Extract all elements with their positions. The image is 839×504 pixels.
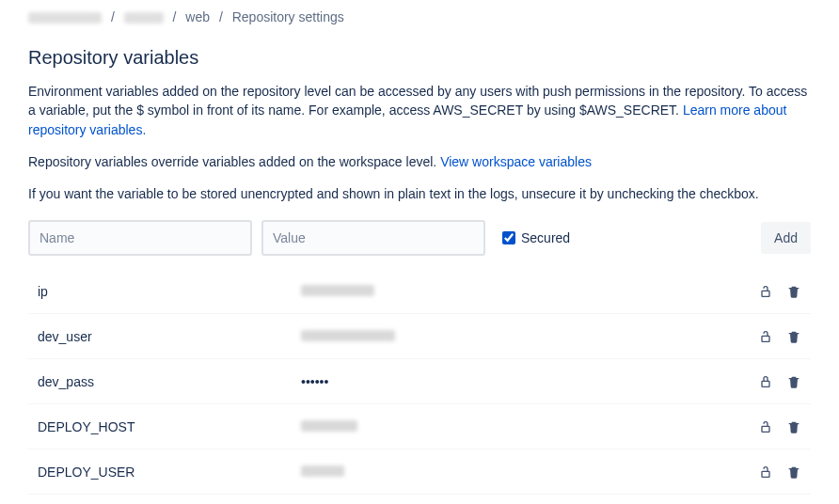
variable-name: DEPLOY_USER xyxy=(28,465,301,480)
variable-row: dev_user xyxy=(28,314,811,359)
redacted-value xyxy=(301,465,344,477)
variable-row: DEPLOY_HOST xyxy=(28,404,811,449)
variable-name: dev_user xyxy=(28,329,301,344)
variable-row: ip xyxy=(28,269,811,314)
trash-icon[interactable] xyxy=(784,372,803,391)
intro-p2: Repository variables override variables … xyxy=(28,154,440,169)
variable-actions xyxy=(754,372,811,391)
breadcrumb-sep: / xyxy=(111,9,115,24)
add-button[interactable]: Add xyxy=(761,222,811,254)
variable-value xyxy=(301,419,754,434)
unlock-icon[interactable] xyxy=(756,282,775,301)
breadcrumb: / / web / Repository settings xyxy=(28,9,811,24)
variable-value xyxy=(301,329,754,344)
trash-icon[interactable] xyxy=(784,282,803,301)
trash-icon[interactable] xyxy=(784,327,803,346)
breadcrumb-item-3[interactable]: web xyxy=(185,9,210,24)
secured-label: Secured xyxy=(521,230,570,245)
variable-value-input[interactable] xyxy=(261,220,485,256)
trash-icon[interactable] xyxy=(784,463,803,481)
breadcrumb-item-4: Repository settings xyxy=(232,9,344,24)
redacted-value xyxy=(301,330,395,341)
intro-p3: If you want the variable to be stored un… xyxy=(28,184,811,203)
unlock-icon[interactable] xyxy=(756,417,775,436)
breadcrumb-item-1[interactable] xyxy=(28,12,102,24)
variable-value: •••••• xyxy=(301,374,754,389)
variable-actions xyxy=(754,327,811,346)
variable-actions xyxy=(754,417,811,436)
variable-row: DEPLOY_USER xyxy=(28,449,811,495)
variable-value xyxy=(301,284,754,299)
view-workspace-vars-link[interactable]: View workspace variables xyxy=(440,154,592,169)
add-variable-form: Secured Add xyxy=(28,220,811,256)
variables-table: ip dev_user dev_pass•••••• DEPLOY_HOST D… xyxy=(28,269,811,495)
variable-name: DEPLOY_HOST xyxy=(28,419,301,434)
breadcrumb-sep: / xyxy=(219,9,223,24)
trash-icon[interactable] xyxy=(784,417,803,436)
secured-checkbox[interactable] xyxy=(502,231,515,244)
redacted-value xyxy=(301,285,374,296)
unlock-icon[interactable] xyxy=(756,463,775,481)
variable-name: dev_pass xyxy=(28,374,301,389)
unlock-icon[interactable] xyxy=(756,327,775,346)
lock-icon[interactable] xyxy=(756,372,775,391)
page-title: Repository variables xyxy=(28,47,811,69)
variable-actions xyxy=(754,463,811,481)
variable-name: ip xyxy=(28,284,301,299)
breadcrumb-sep: / xyxy=(173,9,177,24)
variable-name-input[interactable] xyxy=(28,220,252,256)
redacted-value xyxy=(301,420,357,432)
variable-value xyxy=(301,465,754,480)
breadcrumb-item-2[interactable] xyxy=(124,12,164,24)
variable-actions xyxy=(754,282,811,301)
intro-text: Environment variables added on the repos… xyxy=(28,82,811,203)
variable-row: dev_pass•••••• xyxy=(28,359,811,404)
secured-checkbox-wrap[interactable]: Secured xyxy=(495,230,570,245)
